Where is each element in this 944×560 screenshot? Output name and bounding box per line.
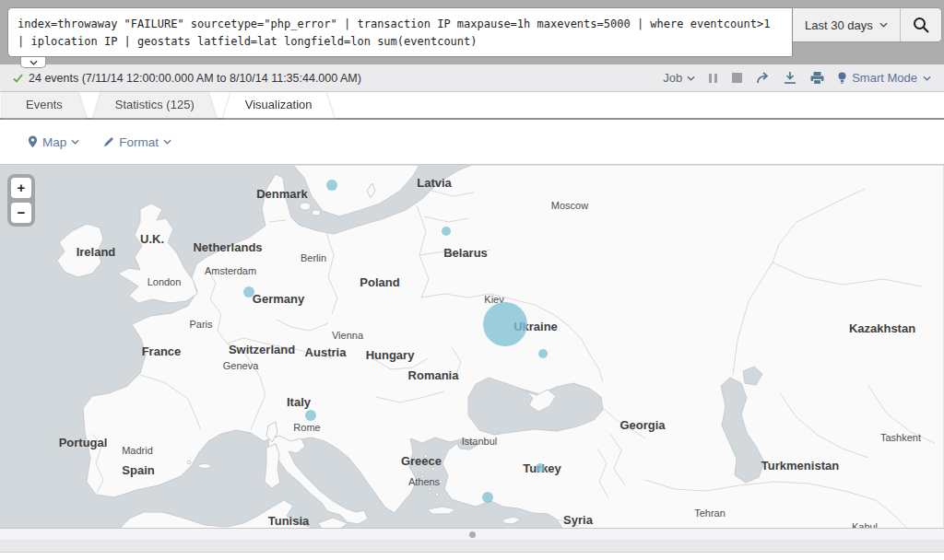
map-bubble[interactable]	[538, 349, 548, 358]
scrollbar-thumb[interactable]	[469, 531, 476, 538]
horizontal-scrollbar[interactable]	[0, 529, 944, 540]
visualization-toolbar: Map Format	[0, 120, 944, 164]
job-menu[interactable]: Job	[663, 71, 695, 85]
checkmark-icon	[13, 74, 23, 83]
map-bubble[interactable]	[483, 302, 527, 346]
export-button[interactable]	[784, 72, 796, 84]
time-range-label: Last 30 days	[805, 18, 873, 32]
chevron-down-icon	[30, 60, 38, 65]
tab-statistics[interactable]: Statistics (125)	[93, 92, 217, 118]
print-button[interactable]	[810, 72, 824, 85]
stop-button[interactable]	[732, 73, 742, 83]
download-icon	[784, 72, 796, 84]
map-bubble[interactable]	[243, 286, 254, 298]
chevron-down-icon	[687, 76, 695, 81]
map-canvas[interactable]: DenmarkLatviaMoscowIrelandU.K.Netherland…	[0, 164, 944, 529]
pause-icon	[709, 73, 718, 84]
share-button[interactable]	[756, 72, 770, 84]
chevron-down-icon	[879, 22, 888, 28]
smart-mode-menu[interactable]: Smart Mode	[838, 71, 931, 85]
map-type-button[interactable]: Map	[28, 135, 79, 149]
search-button[interactable]	[900, 8, 941, 41]
zoom-in-button[interactable]: +	[11, 178, 31, 198]
search-input[interactable]: index=throwaway "FAILURE" sourcetype="ph…	[7, 7, 793, 57]
map-bubble[interactable]	[305, 410, 316, 421]
search-icon	[912, 16, 930, 34]
map-bubble[interactable]	[482, 492, 493, 503]
lightbulb-icon	[838, 72, 846, 85]
map-bubble[interactable]	[326, 180, 337, 191]
map-bubbles	[0, 165, 944, 528]
map-zoom-control: + −	[7, 174, 35, 227]
status-bar: 24 events (7/11/14 12:00:00.000 AM to 8/…	[0, 64, 944, 92]
format-button[interactable]: Format	[103, 135, 171, 149]
share-icon	[756, 72, 770, 84]
smart-mode-label: Smart Mode	[852, 71, 917, 85]
format-label: Format	[119, 135, 159, 149]
job-menu-label: Job	[663, 71, 682, 85]
tab-events[interactable]: Events	[2, 92, 87, 118]
zoom-out-button[interactable]: −	[11, 203, 31, 223]
map-pin-icon	[28, 135, 38, 148]
result-count-text: 24 events (7/11/14 12:00:00.000 AM to 8/…	[29, 72, 361, 85]
chevron-down-icon	[163, 139, 171, 145]
search-expander-button[interactable]	[20, 57, 46, 68]
stop-icon	[732, 73, 742, 83]
map-bubble[interactable]	[442, 227, 451, 236]
paintbrush-icon	[103, 136, 114, 147]
search-bar: index=throwaway "FAILURE" sourcetype="ph…	[0, 0, 944, 64]
print-icon	[810, 72, 824, 85]
panel-footer	[0, 540, 944, 553]
chevron-down-icon	[71, 139, 79, 145]
results-tabs: Events Statistics (125) Visualization	[0, 92, 944, 120]
time-range-picker[interactable]: Last 30 days	[793, 8, 900, 41]
map-bubble[interactable]	[536, 463, 545, 472]
tab-visualization[interactable]: Visualization	[223, 92, 335, 118]
pause-button[interactable]	[709, 73, 718, 84]
map-type-label: Map	[42, 135, 66, 149]
search-controls: Last 30 days	[793, 7, 942, 42]
chevron-down-icon	[923, 76, 931, 81]
